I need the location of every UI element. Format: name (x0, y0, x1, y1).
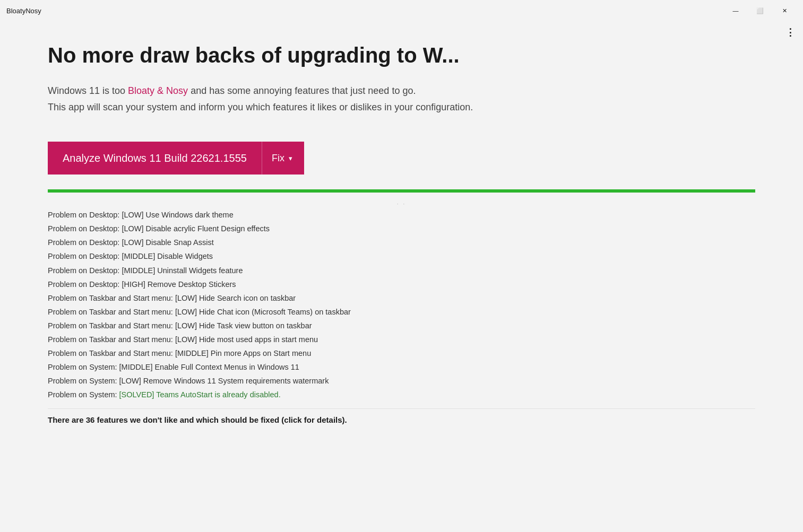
app-title: BloatyNosy (6, 7, 41, 15)
result-item-11: Problem on Taskbar and Start menu: [MIDD… (48, 346, 745, 360)
title-bar-left: BloatyNosy (6, 7, 41, 15)
brand-text: Bloaty & Nosy (128, 85, 188, 96)
close-button[interactable]: ✕ (772, 0, 797, 21)
result-item-2: Problem on Desktop: [LOW] Disable acryli… (48, 222, 745, 236)
scroll-dots: · · (48, 201, 755, 207)
progress-bar-container (48, 189, 755, 193)
result-item-13: Problem on System: [LOW] Remove Windows … (48, 374, 745, 388)
minimize-button[interactable]: — (723, 0, 748, 21)
result-item-7: Problem on Taskbar and Start menu: [LOW]… (48, 291, 745, 305)
result-item-6: Problem on Desktop: [HIGH] Remove Deskto… (48, 277, 745, 291)
action-row: Analyze Windows 11 Build 22621.1555 Fix … (48, 142, 755, 175)
fix-button[interactable]: Fix ▾ (262, 142, 304, 175)
result-item-12: Problem on System: [MIDDLE] Enable Full … (48, 360, 745, 374)
fix-label: Fix (272, 153, 284, 164)
progress-bar-fill (48, 189, 755, 193)
solved-text: [SOLVED] Teams AutoStart is already disa… (119, 390, 281, 399)
chevron-down-icon: ▾ (289, 154, 292, 162)
analyze-button[interactable]: Analyze Windows 11 Build 22621.1555 (48, 142, 262, 175)
maximize-button[interactable]: ⬜ (748, 0, 772, 21)
result-item-5: Problem on Desktop: [MIDDLE] Uninstall W… (48, 264, 745, 277)
headline: No more draw backs of upgrading to W... (48, 42, 755, 68)
result-item-9: Problem on Taskbar and Start menu: [LOW]… (48, 319, 745, 333)
summary[interactable]: There are 36 features we don't like and … (48, 408, 755, 424)
results-container[interactable]: Problem on Desktop: [LOW] Use Windows da… (48, 208, 755, 404)
result-item-8: Problem on Taskbar and Start menu: [LOW]… (48, 305, 745, 319)
result-item-1: Problem on Desktop: [LOW] Use Windows da… (48, 208, 745, 222)
title-bar: BloatyNosy — ⬜ ✕ (0, 0, 803, 21)
title-bar-controls: — ⬜ ✕ (723, 0, 797, 21)
main-content: No more draw backs of upgrading to W... … (0, 21, 803, 532)
result-item-10: Problem on Taskbar and Start menu: [LOW]… (48, 333, 745, 346)
subtitle-suffix: and has some annoying features that just… (188, 85, 416, 96)
result-item-3: Problem on Desktop: [LOW] Disable Snap A… (48, 236, 745, 249)
result-item-4: Problem on Desktop: [MIDDLE] Disable Wid… (48, 249, 745, 263)
subtitle-line2: This app will scan your system and infor… (48, 102, 473, 112)
result-item-14: Problem on System: [SOLVED] Teams AutoSt… (48, 388, 745, 402)
subtitle: Windows 11 is too Bloaty & Nosy and has … (48, 83, 755, 115)
subtitle-prefix: Windows 11 is too (48, 85, 128, 96)
